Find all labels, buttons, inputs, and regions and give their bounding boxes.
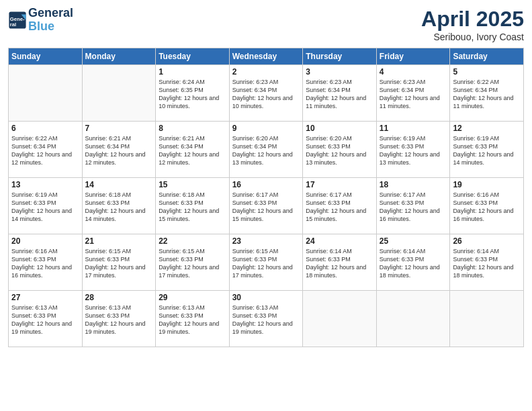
calendar-cell-w2-d5: 18Sunrise: 6:17 AM Sunset: 6:33 PM Dayli…: [376, 178, 450, 234]
calendar-cell-w4-d6: [450, 291, 524, 347]
calendar-cell-w3-d5: 25Sunrise: 6:14 AM Sunset: 6:33 PM Dayli…: [376, 234, 450, 291]
day-info: Sunrise: 6:21 AM Sunset: 6:34 PM Dayligh…: [85, 134, 153, 167]
day-info: Sunrise: 6:17 AM Sunset: 6:33 PM Dayligh…: [380, 191, 447, 224]
day-number: 25: [380, 236, 447, 246]
day-info: Sunrise: 6:13 AM Sunset: 6:33 PM Dayligh…: [85, 304, 153, 336]
day-number: 4: [380, 67, 447, 77]
day-number: 11: [380, 124, 447, 133]
day-number: 29: [159, 293, 226, 302]
day-number: 9: [232, 124, 300, 133]
day-number: 14: [85, 180, 153, 189]
day-number: 22: [159, 236, 226, 246]
calendar-cell-w2-d6: 19Sunrise: 6:16 AM Sunset: 6:33 PM Dayli…: [450, 178, 524, 234]
day-info: Sunrise: 6:24 AM Sunset: 6:35 PM Dayligh…: [159, 78, 226, 111]
calendar-cell-w3-d3: 23Sunrise: 6:15 AM Sunset: 6:33 PM Dayli…: [229, 234, 303, 291]
day-info: Sunrise: 6:21 AM Sunset: 6:34 PM Dayligh…: [159, 134, 226, 167]
calendar-header-friday: Friday: [376, 48, 450, 65]
day-info: Sunrise: 6:15 AM Sunset: 6:33 PM Dayligh…: [85, 247, 153, 280]
svg-text:ral: ral: [10, 21, 16, 28]
calendar-week-4: 27Sunrise: 6:13 AM Sunset: 6:33 PM Dayli…: [9, 291, 524, 347]
calendar-header-saturday: Saturday: [450, 48, 524, 65]
logo: Gene- ral General Blue: [8, 7, 73, 34]
calendar-cell-w0-d3: 2Sunrise: 6:23 AM Sunset: 6:34 PM Daylig…: [229, 65, 303, 122]
day-info: Sunrise: 6:19 AM Sunset: 6:33 PM Dayligh…: [380, 134, 447, 167]
title-block: April 2025 Seribouo, Ivory Coast: [421, 7, 524, 42]
day-number: 15: [159, 180, 226, 189]
day-info: Sunrise: 6:20 AM Sunset: 6:34 PM Dayligh…: [232, 134, 300, 167]
day-number: 21: [85, 236, 153, 246]
day-number: 19: [453, 180, 521, 189]
calendar-cell-w1-d4: 10Sunrise: 6:20 AM Sunset: 6:33 PM Dayli…: [303, 122, 377, 178]
calendar-cell-w2-d4: 17Sunrise: 6:17 AM Sunset: 6:33 PM Dayli…: [303, 178, 377, 234]
calendar-cell-w2-d0: 13Sunrise: 6:19 AM Sunset: 6:33 PM Dayli…: [9, 178, 83, 234]
calendar-cell-w4-d3: 30Sunrise: 6:13 AM Sunset: 6:33 PM Dayli…: [229, 291, 303, 347]
day-info: Sunrise: 6:16 AM Sunset: 6:33 PM Dayligh…: [11, 247, 79, 280]
day-number: 5: [453, 67, 521, 77]
day-info: Sunrise: 6:23 AM Sunset: 6:34 PM Dayligh…: [306, 78, 373, 111]
calendar-header-wednesday: Wednesday: [229, 48, 303, 65]
month-title: April 2025: [421, 7, 524, 32]
day-number: 8: [159, 124, 226, 133]
calendar-header-tuesday: Tuesday: [156, 48, 230, 65]
day-info: Sunrise: 6:13 AM Sunset: 6:33 PM Dayligh…: [232, 304, 300, 336]
logo-icon: Gene- ral: [8, 11, 27, 30]
calendar-cell-w3-d0: 20Sunrise: 6:16 AM Sunset: 6:33 PM Dayli…: [9, 234, 83, 291]
day-number: 6: [11, 124, 79, 133]
day-number: 1: [159, 67, 226, 77]
calendar-header-row: SundayMondayTuesdayWednesdayThursdayFrid…: [9, 48, 524, 65]
day-info: Sunrise: 6:17 AM Sunset: 6:33 PM Dayligh…: [232, 191, 300, 224]
day-number: 10: [306, 124, 373, 133]
day-number: 30: [232, 293, 300, 302]
logo-text-general: General: [28, 7, 73, 20]
day-info: Sunrise: 6:15 AM Sunset: 6:33 PM Dayligh…: [159, 247, 226, 280]
calendar-cell-w4-d4: [303, 291, 377, 347]
page: Gene- ral General Blue April 2025 Seribo…: [0, 0, 532, 411]
calendar-cell-w2-d3: 16Sunrise: 6:17 AM Sunset: 6:33 PM Dayli…: [229, 178, 303, 234]
calendar-cell-w3-d4: 24Sunrise: 6:14 AM Sunset: 6:33 PM Dayli…: [303, 234, 377, 291]
calendar-cell-w1-d3: 9Sunrise: 6:20 AM Sunset: 6:34 PM Daylig…: [229, 122, 303, 178]
day-info: Sunrise: 6:19 AM Sunset: 6:33 PM Dayligh…: [11, 191, 79, 224]
calendar-week-1: 6Sunrise: 6:22 AM Sunset: 6:34 PM Daylig…: [9, 122, 524, 178]
calendar-table: SundayMondayTuesdayWednesdayThursdayFrid…: [8, 48, 524, 347]
day-info: Sunrise: 6:22 AM Sunset: 6:34 PM Dayligh…: [453, 78, 521, 111]
calendar-cell-w2-d1: 14Sunrise: 6:18 AM Sunset: 6:33 PM Dayli…: [82, 178, 156, 234]
calendar-header-sunday: Sunday: [9, 48, 83, 65]
day-number: 17: [306, 180, 373, 189]
calendar-cell-w0-d4: 3Sunrise: 6:23 AM Sunset: 6:34 PM Daylig…: [303, 65, 377, 122]
day-info: Sunrise: 6:23 AM Sunset: 6:34 PM Dayligh…: [232, 78, 300, 111]
calendar-cell-w0-d5: 4Sunrise: 6:23 AM Sunset: 6:34 PM Daylig…: [376, 65, 450, 122]
calendar-cell-w1-d0: 6Sunrise: 6:22 AM Sunset: 6:34 PM Daylig…: [9, 122, 83, 178]
day-number: 26: [453, 236, 521, 246]
day-number: 7: [85, 124, 153, 133]
location: Seribouo, Ivory Coast: [421, 32, 524, 42]
calendar-cell-w3-d6: 26Sunrise: 6:14 AM Sunset: 6:33 PM Dayli…: [450, 234, 524, 291]
calendar-cell-w0-d1: [82, 65, 156, 122]
day-info: Sunrise: 6:14 AM Sunset: 6:33 PM Dayligh…: [453, 247, 521, 280]
day-number: 3: [306, 67, 373, 77]
calendar-cell-w4-d5: [376, 291, 450, 347]
day-info: Sunrise: 6:20 AM Sunset: 6:33 PM Dayligh…: [306, 134, 373, 167]
calendar-header-monday: Monday: [82, 48, 156, 65]
calendar-cell-w1-d1: 7Sunrise: 6:21 AM Sunset: 6:34 PM Daylig…: [82, 122, 156, 178]
day-number: 16: [232, 180, 300, 189]
calendar-header-thursday: Thursday: [303, 48, 377, 65]
header: Gene- ral General Blue April 2025 Seribo…: [8, 7, 524, 42]
day-info: Sunrise: 6:14 AM Sunset: 6:33 PM Dayligh…: [380, 247, 447, 280]
calendar-cell-w0-d2: 1Sunrise: 6:24 AM Sunset: 6:35 PM Daylig…: [156, 65, 230, 122]
day-number: 24: [306, 236, 373, 246]
calendar-cell-w0-d6: 5Sunrise: 6:22 AM Sunset: 6:34 PM Daylig…: [450, 65, 524, 122]
day-info: Sunrise: 6:16 AM Sunset: 6:33 PM Dayligh…: [453, 191, 521, 224]
day-number: 18: [380, 180, 447, 189]
day-number: 20: [11, 236, 79, 246]
day-info: Sunrise: 6:22 AM Sunset: 6:34 PM Dayligh…: [11, 134, 79, 167]
day-number: 23: [232, 236, 300, 246]
day-number: 12: [453, 124, 521, 133]
day-info: Sunrise: 6:13 AM Sunset: 6:33 PM Dayligh…: [159, 304, 226, 336]
calendar-cell-w1-d2: 8Sunrise: 6:21 AM Sunset: 6:34 PM Daylig…: [156, 122, 230, 178]
calendar-cell-w1-d6: 12Sunrise: 6:19 AM Sunset: 6:33 PM Dayli…: [450, 122, 524, 178]
logo-text-blue: Blue: [28, 20, 73, 34]
day-info: Sunrise: 6:19 AM Sunset: 6:33 PM Dayligh…: [453, 134, 521, 167]
calendar-week-0: 1Sunrise: 6:24 AM Sunset: 6:35 PM Daylig…: [9, 65, 524, 122]
day-info: Sunrise: 6:18 AM Sunset: 6:33 PM Dayligh…: [159, 191, 226, 224]
calendar-cell-w3-d1: 21Sunrise: 6:15 AM Sunset: 6:33 PM Dayli…: [82, 234, 156, 291]
